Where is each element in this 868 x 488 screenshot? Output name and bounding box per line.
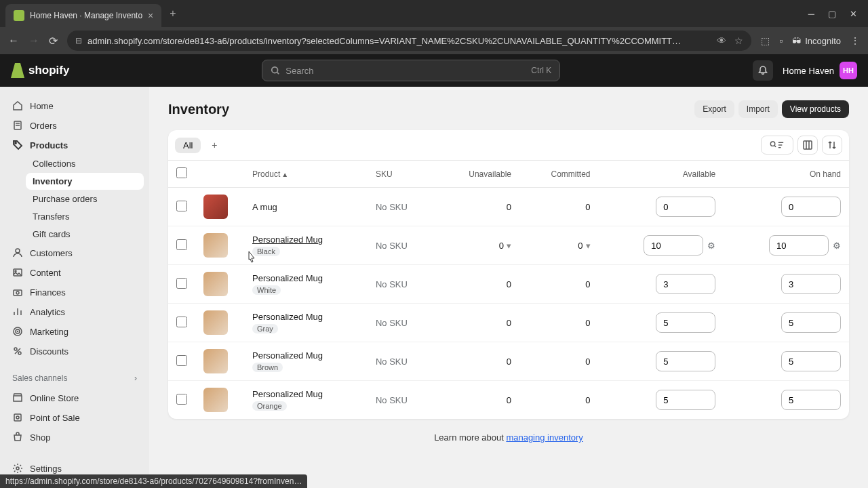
col-committed[interactable]: Committed bbox=[519, 161, 599, 188]
extensions-icon[interactable]: ⬚ bbox=[761, 35, 770, 46]
svg-point-18 bbox=[18, 352, 21, 354]
row-checkbox[interactable] bbox=[176, 394, 187, 405]
add-view-button[interactable]: + bbox=[206, 137, 222, 153]
product-link[interactable]: Personalized Mug bbox=[252, 389, 323, 399]
nav-customers[interactable]: Customers bbox=[5, 243, 144, 262]
sku-cell: No SKU bbox=[368, 188, 436, 226]
col-unavailable[interactable]: Unavailable bbox=[436, 161, 519, 188]
nav-gift-cards[interactable]: Gift cards bbox=[26, 226, 144, 243]
nav-home[interactable]: Home bbox=[5, 96, 144, 115]
search-filter-button[interactable] bbox=[761, 136, 793, 155]
nav-pos[interactable]: Point of Sale bbox=[5, 408, 144, 427]
chevron-down-icon[interactable]: ▾ bbox=[507, 241, 511, 251]
nav-orders[interactable]: Orders bbox=[5, 116, 144, 135]
row-checkbox[interactable] bbox=[176, 355, 187, 366]
col-product[interactable]: Product▲ bbox=[244, 161, 368, 188]
onhand-input[interactable] bbox=[781, 312, 841, 333]
search-input[interactable]: Search Ctrl K bbox=[262, 60, 560, 81]
notifications-button[interactable] bbox=[753, 60, 773, 81]
nav-inventory[interactable]: Inventory bbox=[26, 173, 144, 190]
row-checkbox[interactable] bbox=[176, 317, 187, 327]
product-link[interactable]: Personalized Mug bbox=[252, 312, 323, 322]
url-bar[interactable]: ⊟ admin.shopify.com/store/de8143-a6/prod… bbox=[67, 30, 751, 51]
minimize-icon[interactable]: ─ bbox=[808, 9, 814, 19]
bookmark-icon[interactable]: ☆ bbox=[734, 35, 743, 46]
panel-icon[interactable]: ▫ bbox=[779, 35, 783, 46]
nav-shop[interactable]: Shop bbox=[5, 428, 144, 447]
close-tab-icon[interactable]: × bbox=[148, 10, 153, 21]
select-all-checkbox[interactable] bbox=[176, 167, 187, 178]
nav-online-store[interactable]: Online Store bbox=[5, 388, 144, 407]
available-input[interactable] bbox=[656, 351, 715, 371]
product-thumbnail[interactable] bbox=[203, 272, 228, 296]
sort-button[interactable] bbox=[822, 136, 842, 155]
close-window-icon[interactable]: ✕ bbox=[850, 9, 857, 19]
shopify-logo[interactable]: shopify bbox=[11, 63, 69, 78]
new-tab-button[interactable]: + bbox=[170, 7, 176, 20]
table-row: A mug No SKU 0 0 bbox=[168, 188, 849, 226]
nav-marketing[interactable]: Marketing bbox=[5, 322, 144, 341]
product-link[interactable]: Personalized Mug bbox=[252, 235, 323, 245]
onhand-input[interactable] bbox=[781, 274, 841, 294]
chevron-down-icon[interactable]: ▾ bbox=[586, 241, 591, 251]
columns-button[interactable] bbox=[797, 136, 818, 155]
product-link[interactable]: A mug bbox=[252, 202, 277, 212]
nav-analytics[interactable]: Analytics bbox=[5, 302, 144, 321]
product-link[interactable]: Personalized Mug bbox=[252, 350, 323, 361]
committed-cell[interactable]: 0▾ bbox=[519, 226, 599, 265]
col-available[interactable]: Available bbox=[599, 161, 724, 188]
sku-cell: No SKU bbox=[368, 342, 436, 381]
product-link[interactable]: Personalized Mug bbox=[252, 273, 323, 283]
available-input[interactable] bbox=[656, 312, 715, 333]
onhand-input[interactable] bbox=[781, 351, 841, 371]
product-thumbnail[interactable] bbox=[203, 195, 228, 219]
nav-products[interactable]: Products bbox=[5, 136, 144, 155]
import-button[interactable]: Import bbox=[738, 100, 778, 118]
onhand-input[interactable] bbox=[769, 235, 829, 256]
sku-cell: No SKU bbox=[368, 226, 436, 265]
back-button[interactable]: ← bbox=[8, 35, 19, 47]
nav-content[interactable]: Content bbox=[5, 263, 144, 282]
view-products-button[interactable]: View products bbox=[782, 100, 849, 118]
row-checkbox[interactable] bbox=[176, 201, 187, 211]
sort-icon bbox=[827, 140, 837, 150]
product-thumbnail[interactable] bbox=[203, 310, 228, 335]
maximize-icon[interactable]: ▢ bbox=[828, 9, 836, 19]
browser-tab[interactable]: Home Haven · Manage Invento × bbox=[5, 4, 161, 27]
unavailable-cell[interactable]: 0▾ bbox=[436, 226, 519, 265]
eye-off-icon[interactable]: 👁 bbox=[717, 35, 726, 46]
site-settings-icon[interactable]: ⊟ bbox=[75, 36, 82, 45]
nav-collections[interactable]: Collections bbox=[26, 155, 144, 172]
available-input[interactable] bbox=[656, 197, 715, 217]
reload-button[interactable]: ⟳ bbox=[49, 35, 58, 47]
row-checkbox[interactable] bbox=[176, 278, 187, 289]
menu-icon[interactable]: ⋮ bbox=[850, 35, 860, 46]
managing-inventory-link[interactable]: managing inventory bbox=[506, 432, 583, 443]
content: Inventory Export Import View products Al… bbox=[149, 87, 868, 488]
available-input[interactable] bbox=[644, 235, 703, 256]
export-button[interactable]: Export bbox=[694, 100, 734, 118]
nav-finances[interactable]: Finances bbox=[5, 283, 144, 302]
adjust-icon[interactable]: ⚙ bbox=[707, 241, 715, 251]
forward-button[interactable]: → bbox=[28, 35, 39, 47]
chevron-right-icon[interactable]: › bbox=[134, 373, 137, 383]
onhand-input[interactable] bbox=[781, 390, 841, 410]
product-thumbnail[interactable] bbox=[203, 349, 228, 373]
shop-icon bbox=[12, 432, 23, 443]
onhand-input[interactable] bbox=[781, 197, 841, 217]
product-thumbnail[interactable] bbox=[203, 233, 228, 258]
available-input[interactable] bbox=[656, 274, 715, 294]
tab-all[interactable]: All bbox=[175, 138, 201, 153]
nav-transfers[interactable]: Transfers bbox=[26, 208, 144, 225]
nav-discounts[interactable]: Discounts bbox=[5, 342, 144, 361]
nav-purchase-orders[interactable]: Purchase orders bbox=[26, 190, 144, 207]
col-sku[interactable]: SKU bbox=[368, 161, 436, 188]
row-checkbox[interactable] bbox=[176, 239, 187, 250]
nav-bar: ← → ⟳ ⊟ admin.shopify.com/store/de8143-a… bbox=[0, 27, 868, 54]
available-input[interactable] bbox=[656, 390, 715, 410]
col-onhand[interactable]: On hand bbox=[724, 161, 849, 188]
status-bar: https://admin.shopify.com/store/de8143-a… bbox=[0, 474, 307, 488]
product-thumbnail[interactable] bbox=[203, 388, 228, 412]
store-switcher[interactable]: Home Haven HH bbox=[783, 62, 857, 79]
adjust-icon[interactable]: ⚙ bbox=[833, 241, 841, 251]
